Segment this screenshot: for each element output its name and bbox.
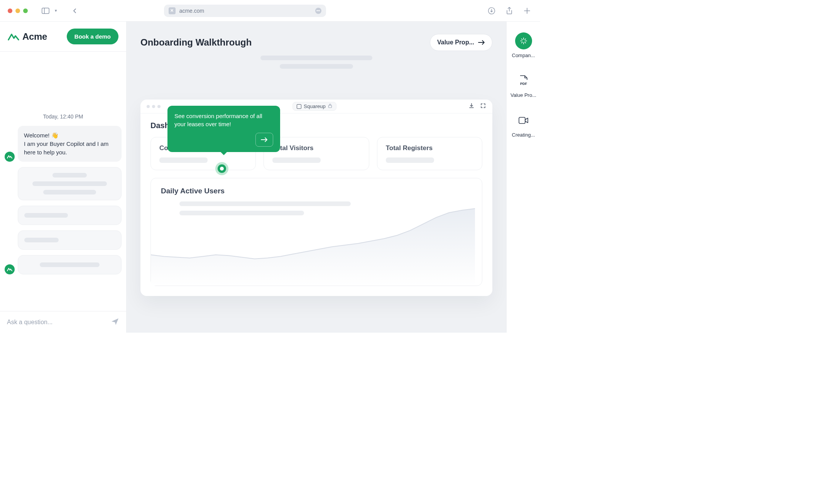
stat-card-title: Total Visitors xyxy=(272,144,360,152)
chat-sidebar: Acme Book a demo Today, 12:40 PM Welcome… xyxy=(0,22,127,333)
chart-title: Daily Active Users xyxy=(161,187,472,195)
skeleton-bubble xyxy=(18,206,122,225)
brand-logo: Acme xyxy=(8,31,47,42)
skeleton-bubble xyxy=(18,230,122,250)
line-chart xyxy=(151,205,475,286)
assistant-avatar-icon xyxy=(5,264,15,274)
chat-placeholder-message xyxy=(5,230,122,250)
tooltip-next-button[interactable] xyxy=(255,133,273,147)
mock-dot-icon xyxy=(152,105,155,108)
chat-timestamp: Today, 12:40 PM xyxy=(5,113,122,120)
send-icon[interactable] xyxy=(111,317,119,327)
chevron-down-icon[interactable]: ▾ xyxy=(55,8,57,13)
sparkle-icon xyxy=(515,32,532,49)
tooltip-text: See conversion performance of all your l… xyxy=(174,112,273,128)
new-tab-icon[interactable] xyxy=(522,5,532,16)
wave-emoji-icon: 👋 xyxy=(51,131,59,140)
brand-name: Acme xyxy=(22,31,47,42)
chat-placeholder-message xyxy=(5,206,122,225)
mock-url-text: Squareup xyxy=(304,103,325,109)
downloads-icon[interactable] xyxy=(486,5,497,16)
arrow-right-icon xyxy=(261,137,268,142)
chat-placeholder-message xyxy=(5,167,122,200)
chart-card: Daily Active Users xyxy=(150,178,482,286)
share-icon[interactable] xyxy=(504,5,515,16)
skeleton-bubble xyxy=(18,167,122,200)
sidebar-toggle-icon[interactable] xyxy=(40,5,51,16)
stat-card-title: Total Registers xyxy=(386,144,473,152)
svg-text:PDF: PDF xyxy=(520,82,527,86)
address-bar[interactable]: ✕ acme.com ••• xyxy=(164,5,326,17)
main-content: Onboarding Walkthrough Value Prop... xyxy=(127,22,506,333)
svg-rect-0 xyxy=(42,8,49,14)
tour-hotspot-icon[interactable] xyxy=(215,162,228,175)
svg-line-10 xyxy=(525,39,526,40)
mock-url-pill: Squareup xyxy=(292,102,336,111)
maximize-window-icon[interactable] xyxy=(23,8,28,13)
stat-card: Total Registers xyxy=(377,137,482,170)
mock-dot-icon xyxy=(147,105,150,108)
page-title: Onboarding Walkthrough xyxy=(140,37,252,48)
site-identity-icon: ✕ xyxy=(169,7,176,14)
chat-placeholder-message xyxy=(5,255,122,274)
browser-chrome: ▾ ✕ acme.com ••• xyxy=(0,0,540,22)
rail-item-company[interactable]: Compan... xyxy=(510,32,537,58)
svg-line-9 xyxy=(525,42,526,43)
rail-label: Creating... xyxy=(512,132,535,138)
address-bar-text: acme.com xyxy=(179,8,204,14)
mock-dot-icon xyxy=(157,105,161,108)
onboarding-tooltip: See conversion performance of all your l… xyxy=(167,106,280,152)
rail-label: Value Pro... xyxy=(510,92,536,98)
book-demo-button[interactable]: Book a demo xyxy=(67,29,118,44)
acme-logo-icon xyxy=(8,32,19,41)
chat-bubble: Welcome! 👋 I am your Buyer Copilot and I… xyxy=(18,126,122,162)
svg-line-8 xyxy=(521,39,522,40)
app-square-icon xyxy=(297,104,301,109)
rail-label: Compan... xyxy=(512,52,535,58)
svg-rect-3 xyxy=(328,105,331,108)
subtitle-placeholder xyxy=(260,56,372,69)
reader-mode-icon[interactable]: ••• xyxy=(315,8,321,14)
svg-rect-13 xyxy=(519,117,525,123)
next-step-label: Value Prop... xyxy=(437,39,474,46)
right-rail: Compan... PDF Value Pro... Creating... xyxy=(506,22,540,333)
window-controls xyxy=(8,8,28,13)
product-mock-window: Squareup xyxy=(140,100,492,296)
assistant-avatar-icon xyxy=(5,152,15,162)
download-icon[interactable] xyxy=(468,103,475,110)
arrow-right-icon xyxy=(478,40,485,45)
back-button-icon[interactable] xyxy=(69,5,80,16)
rail-item-value-prop[interactable]: PDF Value Pro... xyxy=(510,72,537,98)
skeleton-bubble xyxy=(18,255,122,274)
chat-composer xyxy=(0,311,126,333)
minimize-window-icon[interactable] xyxy=(15,8,20,13)
lock-icon xyxy=(328,103,332,109)
welcome-body: I am your Buyer Copilot and I am here to… xyxy=(24,140,108,156)
next-step-button[interactable]: Value Prop... xyxy=(430,34,492,51)
svg-line-11 xyxy=(521,42,522,43)
fullscreen-icon[interactable] xyxy=(480,103,486,110)
close-window-icon[interactable] xyxy=(8,8,12,13)
chat-thread: Today, 12:40 PM Welcome! 👋 I am your Buy… xyxy=(0,52,126,311)
welcome-greeting: Welcome! xyxy=(24,132,49,139)
video-icon xyxy=(515,112,532,129)
chat-message: Welcome! 👋 I am your Buyer Copilot and I… xyxy=(5,126,122,162)
chat-input[interactable] xyxy=(7,319,106,326)
rail-item-creating[interactable]: Creating... xyxy=(510,112,537,138)
pdf-file-icon: PDF xyxy=(515,72,532,89)
brand-bar: Acme Book a demo xyxy=(0,22,126,52)
